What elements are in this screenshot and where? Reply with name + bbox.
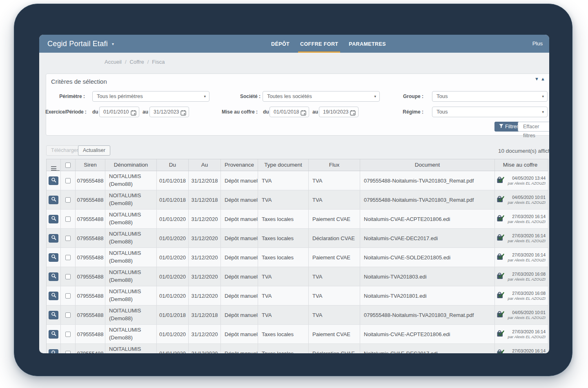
header-flux[interactable]: Flux — [309, 159, 360, 171]
flux-cell: TVA — [309, 286, 360, 305]
denomination-line1: NOITALUMIS — [109, 288, 141, 294]
exercice-du-input[interactable]: 01/01/2010 — [99, 107, 139, 117]
view-document-button[interactable] — [49, 292, 58, 300]
row-checkbox[interactable] — [65, 178, 71, 183]
au-cell: 31/12/2020 — [189, 229, 221, 248]
document-cell: Noitalumis-CVAE-SOLDE201805.edi — [360, 248, 495, 267]
du-cell: 01/01/2018 — [157, 190, 189, 209]
header-du[interactable]: Du — [157, 159, 189, 171]
row-checkbox-cell — [61, 267, 76, 286]
filter-panel: Critères de sélection ▼▲ Périmètre : Tou… — [46, 74, 549, 136]
denomination-cell: NOITALUMIS(Demo88) — [105, 305, 157, 324]
view-document-button[interactable] — [49, 330, 58, 339]
document-cell: Noitalumis-CVAE-ACPTE201806.edi — [360, 210, 495, 228]
type-document-cell: Taxes locales — [258, 210, 309, 228]
provenance-cell: Dépôt manuel — [221, 344, 258, 353]
row-checkbox[interactable] — [65, 197, 71, 203]
select-all-checkbox[interactable] — [65, 163, 71, 168]
tab-coffre-fort[interactable]: COFFRE FORT — [298, 35, 340, 53]
app-window: Cegid Portail Etafi▾ DÉPÔT COFFRE FORT P… — [39, 35, 549, 353]
row-checkbox[interactable] — [65, 293, 71, 299]
table-row: 079555488NOITALUMIS(Demo88)01/01/202031/… — [47, 210, 548, 229]
row-checkbox[interactable] — [65, 255, 71, 260]
mise-au-coffre-cell: 27/03/2020 16:14par Alexis EL AZOUZI — [495, 248, 548, 267]
header-mise-au-coffre[interactable]: Mise au coffre — [495, 159, 548, 171]
denomination-line2: (Demo88) — [109, 239, 133, 245]
app-title[interactable]: Cegid Portail Etafi▾ — [47, 35, 114, 53]
effacer-filtres-button[interactable]: Effacer filtres — [518, 122, 549, 132]
panel-collapse-controls: ▼▲ — [535, 76, 547, 81]
document-cell: 079555488-Noitalumis-TVA201803_Remat.pdf — [360, 171, 495, 190]
view-document-button[interactable] — [49, 196, 58, 204]
denomination-line2: (Demo88) — [109, 219, 133, 225]
row-checkbox[interactable] — [65, 216, 71, 222]
table-row: 079555488NOITALUMIS(Demo88)01/01/202031/… — [47, 267, 548, 286]
header-au[interactable]: Au — [189, 159, 221, 171]
type-document-cell: TVA — [258, 286, 309, 305]
filter-panel-title: Critères de sélection — [51, 78, 107, 85]
vault-check-icon — [496, 214, 505, 223]
perimetre-label: Périmètre : — [46, 91, 85, 102]
header-denomination[interactable]: Dénomination — [105, 159, 157, 171]
view-document-button[interactable] — [49, 349, 58, 354]
view-document-cell — [47, 248, 61, 267]
header-siren[interactable]: Siren — [76, 159, 105, 171]
siren-cell: 079555488 — [76, 305, 105, 324]
type-document-cell: TVA — [258, 171, 309, 190]
coffre-date: 27/03/2020 16:08 — [512, 272, 546, 277]
view-document-cell — [47, 286, 61, 305]
actualiser-button[interactable]: Actualiser — [78, 145, 110, 156]
row-checkbox-cell — [61, 305, 76, 324]
tab-depot[interactable]: DÉPÔT — [269, 35, 292, 53]
row-checkbox[interactable] — [65, 236, 71, 241]
plus-menu[interactable]: Plus — [532, 35, 543, 53]
view-document-cell — [47, 267, 61, 286]
tab-parametres[interactable]: PARAMETRES — [347, 35, 388, 53]
row-checkbox[interactable] — [65, 274, 71, 279]
provenance-cell: Dépôt manuel — [221, 267, 258, 286]
view-document-cell — [47, 344, 61, 353]
vault-check-icon — [496, 291, 505, 300]
breadcrumb-fisca[interactable]: Fisca — [152, 59, 165, 65]
denomination-line1: NOITALUMIS — [109, 173, 141, 179]
view-document-button[interactable] — [49, 253, 58, 262]
document-cell: Noitalumis-CVAE-DEC2017.edi — [360, 344, 495, 353]
coffre-date: 27/03/2020 16:14 — [512, 252, 546, 258]
magnifier-icon — [51, 312, 56, 318]
regime-select[interactable]: Tous ▾ — [432, 107, 548, 117]
du-cell: 01/01/2018 — [157, 171, 189, 190]
header-type-document[interactable]: Type document — [258, 159, 309, 171]
view-document-button[interactable] — [49, 215, 58, 223]
coffre-du-input[interactable]: 01/01/2018 — [270, 107, 309, 117]
breadcrumb: Accueil/Coffre/Fisca — [39, 53, 549, 71]
type-document-cell: TVA — [258, 267, 309, 286]
type-document-cell: Taxes locales — [258, 325, 309, 343]
collapse-up-icon[interactable]: ▲ — [541, 76, 547, 81]
calendar-icon[interactable] — [131, 109, 136, 119]
row-checkbox[interactable] — [65, 312, 71, 318]
au-cell: 31/12/2018 — [189, 190, 221, 209]
view-document-button[interactable] — [49, 176, 58, 185]
type-document-cell: Taxes locales — [258, 344, 309, 353]
breadcrumb-accueil[interactable]: Accueil — [105, 59, 122, 65]
header-document[interactable]: Document — [360, 159, 495, 171]
type-document-cell: Taxes locales — [258, 229, 309, 248]
table-row: 079555488NOITALUMIS(Demo88)01/01/202031/… — [47, 325, 548, 344]
view-document-button[interactable] — [49, 272, 58, 281]
header-provenance[interactable]: Provenance — [221, 159, 258, 171]
row-checkbox[interactable] — [65, 332, 71, 337]
breadcrumb-coffre[interactable]: Coffre — [130, 59, 144, 65]
flux-cell: Déclaration CVAE — [309, 344, 360, 353]
denomination-cell: NOITALUMIS(Demo88) — [105, 344, 157, 353]
au-cell: 31/12/2018 — [189, 171, 221, 190]
magnifier-icon — [51, 292, 56, 299]
collapse-down-icon[interactable]: ▼ — [535, 76, 541, 81]
view-document-button[interactable] — [49, 311, 58, 319]
column-settings-button[interactable]: ▾ — [47, 159, 61, 171]
select-all-header-cell — [61, 159, 76, 171]
view-document-button[interactable] — [49, 234, 58, 243]
groupe-select[interactable]: Tous ▾ — [432, 91, 548, 102]
row-checkbox[interactable] — [65, 351, 71, 354]
calendar-icon[interactable] — [301, 109, 306, 119]
siren-cell: 079555488 — [76, 267, 105, 286]
